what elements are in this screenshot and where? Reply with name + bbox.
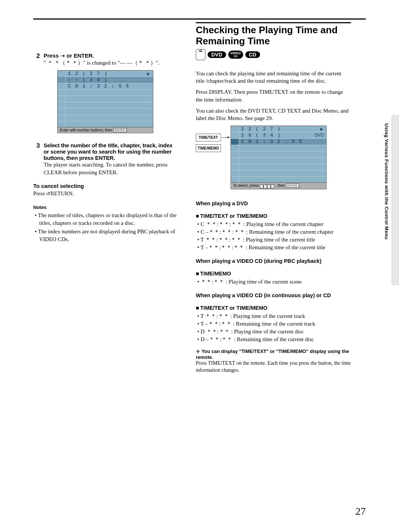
tip-body: Press TIME/TEXT on the remote. Each time… (196, 360, 351, 374)
page-number: 27 (355, 505, 366, 517)
dvd-subheading: TIME/TEXT or TIME/MEMO (196, 213, 351, 219)
cancel-heading: To cancel selecting (33, 183, 177, 189)
lcd-display-1: ▶ DVD 1 2 ( 2 7 ) – – ( 3 4 ) C 0 1 : 3 … (57, 70, 153, 133)
tip-icon: ✧ (196, 349, 200, 354)
side-section-label: Using Various Functions with the Control… (384, 123, 389, 240)
step-2-body: " ＊ ＊（＊ ＊）" is changed to "— —（＊ ＊）". (44, 59, 177, 66)
enter-key-icon: ENTER (286, 183, 299, 188)
text: You can display "TIME/TEXT" or "TIME/MEM… (196, 349, 349, 360)
text: To select, press (233, 183, 260, 188)
notes-heading: Notes (33, 205, 177, 210)
right-column: Checking the Playing Time and Remaining … (196, 22, 351, 374)
list-item: ＊＊:＊＊ : Playing time of the current scen… (202, 278, 351, 286)
list-item: T –＊＊:＊＊:＊＊ : Remaining time of the curr… (202, 244, 351, 251)
text: or ENTER. (65, 52, 94, 59)
right-arrow-icon: ➝ (60, 52, 65, 59)
step-3-title: Select the number of the title, chapter,… (44, 142, 177, 161)
list-item: T –＊＊:＊＊ : Remaining time of the current… (202, 320, 351, 328)
vcd-cd-subheading: TIME/TEXT or TIME/MEMO (196, 305, 351, 311)
lcd-line-3: C 0 1 : 3 2 : 5 5 (68, 83, 130, 89)
arrow-keys-icon: ←↑↓→ (260, 185, 274, 188)
vcd-pbc-bullet-list: ＊＊:＊＊ : Playing time of the current scen… (196, 278, 351, 286)
note-item: The index numbers are not displayed duri… (39, 228, 177, 243)
tip-heading: ✧ You can display "TIME/TEXT" or "TIME/M… (196, 349, 351, 360)
time-text-label: TIME/TEXT (196, 134, 221, 141)
vcd-cd-bullet-list: T ＊＊:＊＊ : Playing time of the current tr… (196, 312, 351, 343)
dvd-mode-heading: When playing a DVD (196, 200, 351, 206)
list-item: T ＊＊:＊＊:＊＊ : Playing time of the current… (202, 236, 351, 244)
time-memo-label: TIME/MEMO (196, 144, 221, 152)
top-rule (33, 18, 366, 20)
list-item: T ＊＊:＊＊ : Playing time of the current tr… (202, 312, 351, 320)
step-3-number: 3 (33, 142, 40, 176)
intro-para-1: You can check the playing time and remai… (196, 70, 351, 85)
step-3-body: The player starts searching. To cancel t… (44, 161, 177, 176)
intro-para-3: You can also check the DVD TEXT, CD TEXT… (196, 107, 351, 122)
lcd-line-1: 1 2 ( 2 7 ) (68, 71, 108, 76)
dvd-pill: DVD (208, 51, 226, 58)
text: . (299, 183, 301, 188)
lcd-line-1: 1 2 ( 2 7 ) (241, 126, 281, 132)
lcd-line-2: 1 8 ( 3 4 ) (241, 133, 281, 138)
text: Press (44, 52, 60, 59)
note-item: The number of titles, chapters or tracks… (39, 212, 177, 227)
dvd-bullet-list: C ＊＊:＊＊:＊＊ : Playing time of the current… (196, 220, 351, 251)
lcd-display-2-wrap: TIME/TEXT TIME/MEMO ▶ DVD 1 2 ( 2 7 ) 1 … (196, 126, 351, 189)
enter-key-icon: ENTER (113, 128, 126, 132)
vcd-cd-heading: When playing a VIDEO CD (in continuous p… (196, 292, 351, 298)
lcd-caption-2: To select, press ←↑↓→ , then ENTER . (231, 183, 327, 189)
list-item: C –＊＊:＊＊:＊＊ : Remaining time of the curr… (202, 228, 351, 236)
intro-para-2: Press DISPLAY. Then press TIME/TEXT on t… (196, 88, 351, 103)
media-badges: ⌢ DVD VIDEOCD CD (196, 49, 351, 60)
list-item: D –＊＊:＊＊ : Remaining time of the current… (202, 336, 351, 343)
lcd-caption-1: Enter with number buttons, then ENTER . (57, 127, 153, 133)
section-title: Checking the Playing Time and Remaining … (196, 22, 351, 47)
list-item: D ＊＊:＊＊ : Playing time of the current di… (202, 328, 351, 336)
cd-pill: CD (245, 51, 260, 58)
lcd-line-2: – – ( 3 4 ) (68, 77, 108, 83)
list-item: C ＊＊:＊＊:＊＊ : Playing time of the current… (202, 220, 351, 228)
vcd-pbc-heading: When playing a VIDEO CD (during PBC play… (196, 258, 351, 264)
notes-list: The number of titles, chapters or tracks… (33, 212, 177, 243)
text: , then (274, 183, 286, 188)
step-2-number: 2 (33, 52, 40, 66)
side-thumb-tab (392, 115, 399, 285)
text: Enter with number buttons, then (60, 128, 113, 132)
video-cd-pill: VIDEOCD (228, 51, 243, 59)
cancel-body: Press ↺RETURN. (33, 190, 177, 197)
text: . (126, 128, 129, 132)
vcd-pbc-subheading: TIME/MEMO (196, 271, 351, 277)
step-2-title: Press ➝ or ENTER. (44, 52, 177, 59)
remote-icon: ⌢ (196, 49, 205, 60)
left-column: 2 Press ➝ or ENTER. " ＊ ＊（＊ ＊）" is chang… (33, 52, 177, 374)
pointer-arrow-icon (222, 126, 230, 189)
return-icon: ↺ (46, 191, 50, 196)
lcd-line-3: C 0 1 : 3 2 : 5 5 (241, 139, 303, 144)
